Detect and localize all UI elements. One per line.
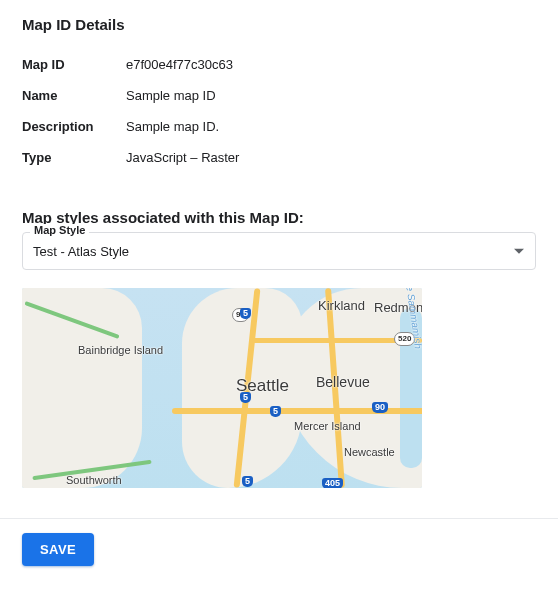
detail-row-mapid: Map ID e7f00e4f77c30c63 <box>22 49 536 80</box>
map-label-mercer: Mercer Island <box>294 420 361 432</box>
route-shield-i5-a: 5 <box>240 308 251 319</box>
map-label-bellevue: Bellevue <box>316 374 370 390</box>
map-style-select[interactable]: Map Style Test - Atlas Style <box>22 232 536 270</box>
detail-row-description: Description Sample map ID. <box>22 111 536 142</box>
detail-value-mapid: e7f00e4f77c30c63 <box>126 57 536 72</box>
detail-label-description: Description <box>22 119 126 134</box>
detail-label-mapid: Map ID <box>22 57 126 72</box>
route-shield-i5-c: 5 <box>270 406 281 417</box>
map-style-select-label: Map Style <box>30 224 89 236</box>
map-style-selected-value: Test - Atlas Style <box>33 244 129 259</box>
map-preview: 99 520 5 5 5 5 90 405 Seattle Bellevue K… <box>22 288 422 488</box>
associated-styles-heading: Map styles associated with this Map ID: <box>22 209 536 226</box>
route-shield-i5-d: 5 <box>242 476 253 487</box>
map-label-southworth: Southworth <box>66 474 122 486</box>
detail-row-type: Type JavaScript – Raster <box>22 142 536 173</box>
map-label-newcastle: Newcastle <box>344 446 395 458</box>
detail-label-name: Name <box>22 88 126 103</box>
detail-value-name: Sample map ID <box>126 88 536 103</box>
detail-row-name: Name Sample map ID <box>22 80 536 111</box>
caret-down-icon <box>514 249 524 254</box>
footer-bar: SAVE <box>0 518 558 588</box>
map-label-bainbridge: Bainbridge Island <box>78 344 163 356</box>
detail-value-type: JavaScript – Raster <box>126 150 536 165</box>
page-title: Map ID Details <box>22 16 536 33</box>
route-shield-i405: 405 <box>322 478 343 488</box>
detail-value-description: Sample map ID. <box>126 119 536 134</box>
save-button[interactable]: SAVE <box>22 533 94 566</box>
route-shield-i90: 90 <box>372 402 388 413</box>
map-label-seattle: Seattle <box>236 376 289 396</box>
map-label-kirkland: Kirkland <box>318 298 365 313</box>
detail-label-type: Type <box>22 150 126 165</box>
